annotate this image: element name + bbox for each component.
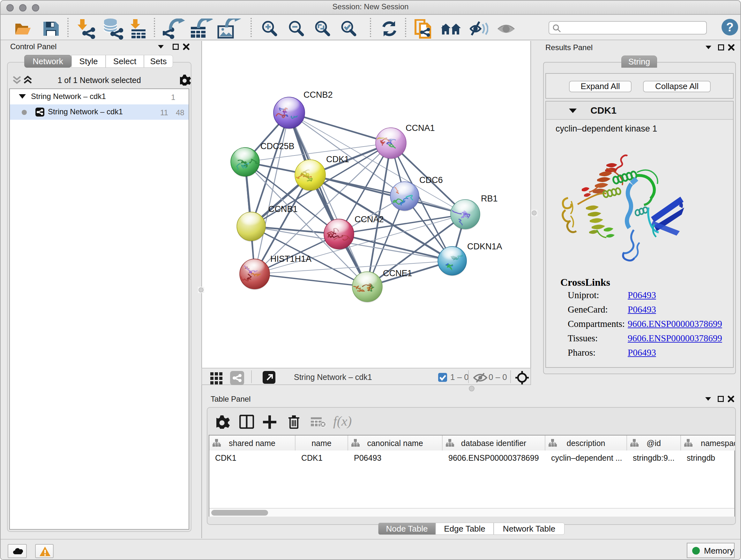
svg-text:CDC25B: CDC25B xyxy=(260,141,294,151)
svg-text:HIST1H1A: HIST1H1A xyxy=(270,254,312,264)
svg-text:CDC6: CDC6 xyxy=(419,175,443,185)
svg-text:CCNB2: CCNB2 xyxy=(304,90,333,100)
svg-text:?: ? xyxy=(726,20,733,34)
svg-text:CCNA1: CCNA1 xyxy=(406,123,435,133)
svg-text:CCNE1: CCNE1 xyxy=(383,268,412,278)
svg-text:CDKN1A: CDKN1A xyxy=(467,242,502,251)
svg-text:RB1: RB1 xyxy=(481,194,498,203)
svg-text:CCNB1: CCNB1 xyxy=(268,204,298,214)
svg-text:CDK1: CDK1 xyxy=(326,154,349,164)
svg-text:CCNA2: CCNA2 xyxy=(354,214,384,224)
